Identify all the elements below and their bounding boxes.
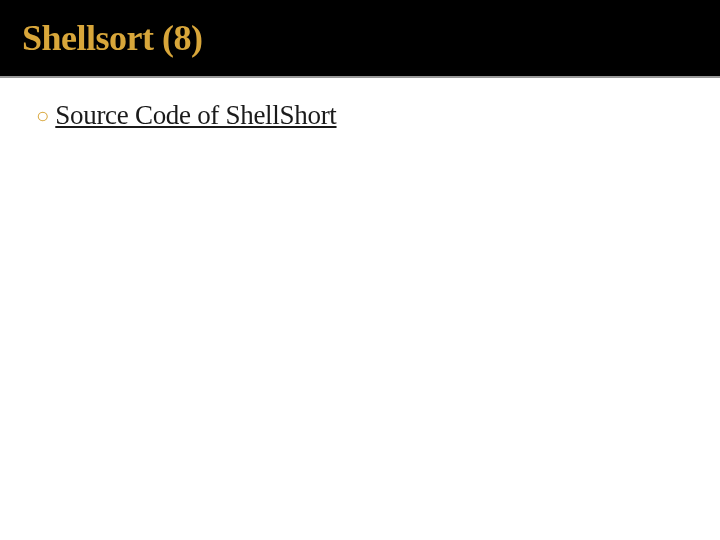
bullet-item: ○ Source Code of ShellShort: [36, 100, 684, 131]
slide-body: ○ Source Code of ShellShort: [0, 78, 720, 153]
slide-title: Shellsort (8): [22, 17, 202, 59]
source-code-link[interactable]: Source Code of ShellShort: [55, 100, 336, 131]
title-bar: Shellsort (8): [0, 0, 720, 78]
bullet-icon: ○: [36, 105, 49, 127]
